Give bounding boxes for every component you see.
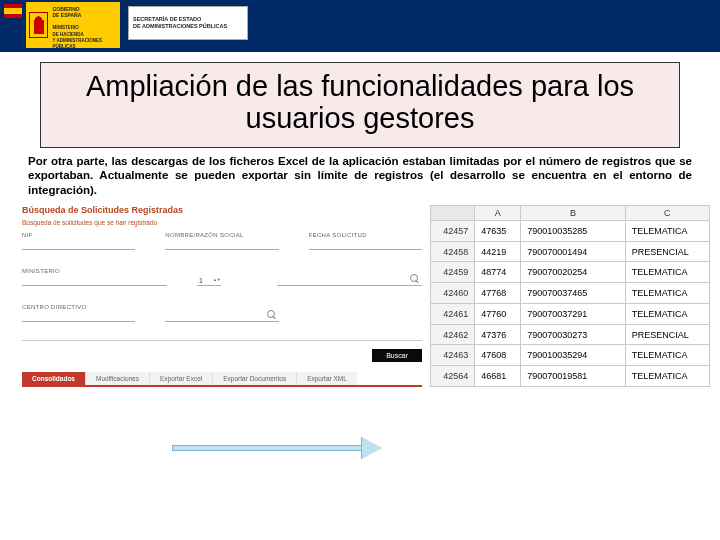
separator [22,340,422,341]
tab-modificaciones[interactable]: Modificaciones [85,372,149,385]
input-ministerio[interactable] [22,276,167,286]
row-header: 42463 [431,345,475,366]
input-nif[interactable] [22,240,135,250]
cell-b: 790070020254 [521,262,625,283]
search-icon[interactable] [410,274,420,284]
table-row: 4246247376790070030273PRESENCIAL [431,324,710,345]
input-lookup-2[interactable] [165,312,278,322]
row-header: 42462 [431,324,475,345]
col-A: A [475,205,521,220]
input-lookup-1[interactable] [277,276,422,286]
slide-title: Ampliación de las funcionalidades para l… [51,71,669,135]
table-row: 4245747635790010035285TELEMATICA [431,220,710,241]
cell-c: TELEMATICA [625,345,709,366]
table-row: 4246347608790010035294TELEMATICA [431,345,710,366]
arrow-right-icon [362,437,382,459]
cell-c: TELEMATICA [625,366,709,387]
cell-a: 47635 [475,220,521,241]
table-row: 4246147760790070037291TELEMATICA [431,303,710,324]
stepper-input[interactable]: 1 ▲▼ [197,276,221,286]
input-fecha[interactable] [309,240,422,250]
spain-flag [4,4,22,18]
cell-c: TELEMATICA [625,220,709,241]
table-row: 4246047768790070037465TELEMATICA [431,283,710,304]
app-screenshot: Búsqueda de Solicitudes Registradas Búsq… [22,205,422,387]
slide-paragraph: Por otra parte, las descargas de los fic… [28,154,692,197]
cell-a: 47768 [475,283,521,304]
table-row: 4256446681790070019581TELEMATICA [431,366,710,387]
tab-exportar-xml[interactable]: Exportar XML [296,372,357,385]
cell-b: 790070037465 [521,283,625,304]
row-header: 42460 [431,283,475,304]
cell-b: 790070030273 [521,324,625,345]
label-nif: NIF [22,232,135,238]
cell-c: TELEMATICA [625,262,709,283]
cell-b: 790070037291 [521,303,625,324]
row-header: 42564 [431,366,475,387]
slide-title-box: Ampliación de las funcionalidades para l… [40,62,680,148]
tab-exportar-excel[interactable]: Exportar Excel [149,372,212,385]
cell-b: 790070019581 [521,366,625,387]
coat-of-arms-icon [29,12,48,38]
ministry-text: GOBIERNO DE ESPAÑA MINISTERIO DE HACIEND… [52,0,117,50]
callout-arrow [172,435,382,461]
cell-c: TELEMATICA [625,283,709,304]
search-icon[interactable] [267,310,277,320]
cell-c: PRESENCIAL [625,324,709,345]
row-header: 42457 [431,220,475,241]
app-subtitle: Búsqueda de solicitudes que se han regis… [22,219,422,226]
ministry-block: GOBIERNO DE ESPAÑA MINISTERIO DE HACIEND… [26,2,120,48]
label-fecha: FECHA SOLICITUD [309,232,422,238]
cell-a: 46681 [475,366,521,387]
row-header: 42458 [431,241,475,262]
search-button[interactable]: Buscar [372,349,422,362]
input-nombre[interactable] [165,240,278,250]
cell-a: 48774 [475,262,521,283]
table-row: 4245948774790070020254TELEMATICA [431,262,710,283]
stepper-arrows-icon[interactable]: ▲▼ [213,278,219,282]
cell-b: 790010035294 [521,345,625,366]
tab-exportar-documentos[interactable]: Exportar Documentos [212,372,296,385]
cell-a: 44219 [475,241,521,262]
tab-consolidados[interactable]: Consolidados [22,372,85,385]
cell-c: TELEMATICA [625,303,709,324]
app-title: Búsqueda de Solicitudes Registradas [22,205,422,215]
cell-a: 47376 [475,324,521,345]
excel-preview: A B C 4245747635790010035285TELEMATICA42… [430,205,710,387]
row-header: 42461 [431,303,475,324]
cell-a: 47760 [475,303,521,324]
content-row: Búsqueda de Solicitudes Registradas Búsq… [22,205,710,387]
gov-header: GOBIERNO DE ESPAÑA MINISTERIO DE HACIEND… [0,0,720,52]
cell-b: 790010035285 [521,220,625,241]
cell-c: PRESENCIAL [625,241,709,262]
label-censo: CENTRO DIRECTIVO [22,304,135,310]
row-header: 42459 [431,262,475,283]
input-censo[interactable] [22,312,135,322]
table-row: 4245844219790070001494PRESENCIAL [431,241,710,262]
label-nombre: NOMBRE/RAZÓN SOCIAL [165,232,278,238]
corner-cell [431,205,475,220]
secretary-block: SECRETARÍA DE ESTADO DE ADMINISTRACIONES… [128,6,248,40]
cell-b: 790070001494 [521,241,625,262]
col-B: B [521,205,625,220]
cell-a: 47608 [475,345,521,366]
label-ministerio: MINISTERIO [22,268,167,274]
result-tabs: Consolidados Modificaciones Exportar Exc… [22,372,422,387]
col-C: C [625,205,709,220]
